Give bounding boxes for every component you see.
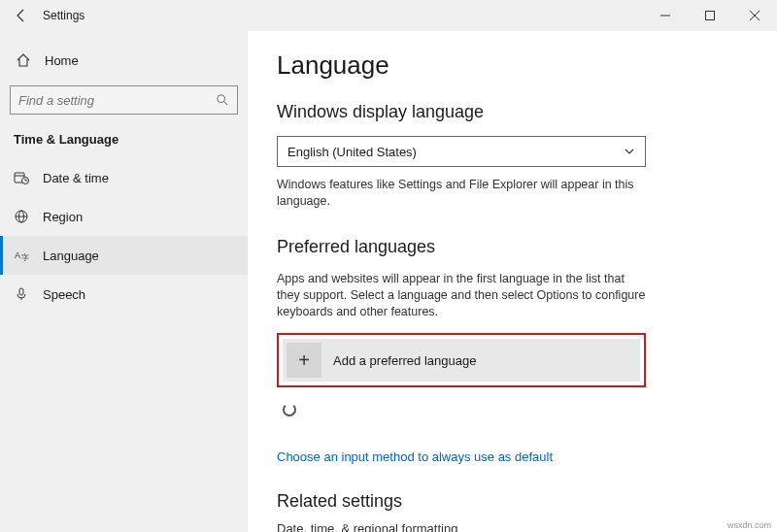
page-title: Language	[277, 50, 748, 81]
sidebar-item-label: Region	[43, 210, 83, 224]
sidebar-item-label: Speech	[43, 287, 85, 302]
minimize-icon	[660, 11, 670, 20]
search-input[interactable]	[10, 85, 238, 115]
svg-rect-1	[706, 12, 715, 20]
back-button[interactable]	[8, 2, 35, 29]
display-language-desc: Windows features like Settings and File …	[277, 177, 646, 210]
chevron-down-icon	[624, 146, 635, 157]
sidebar-item-date-time[interactable]: Date & time	[0, 158, 248, 197]
maximize-button[interactable]	[688, 0, 732, 31]
globe-icon	[14, 209, 29, 224]
search-icon	[216, 93, 229, 107]
svg-rect-16	[19, 288, 23, 295]
category-title: Time & Language	[0, 126, 248, 158]
input-method-link[interactable]: Choose an input method to always use as …	[277, 449, 748, 464]
minimize-button[interactable]	[643, 0, 688, 31]
watermark: wsxdn.com	[727, 520, 771, 530]
add-language-button[interactable]: + Add a preferred language	[283, 339, 640, 382]
dropdown-value: English (United States)	[287, 145, 417, 159]
calendar-clock-icon	[14, 170, 29, 185]
plus-icon: +	[287, 343, 321, 378]
language-icon: A字	[14, 248, 29, 263]
display-language-heading: Windows display language	[277, 102, 748, 122]
svg-point-4	[218, 95, 225, 103]
svg-text:A: A	[15, 250, 20, 260]
home-icon	[16, 52, 31, 68]
close-icon	[750, 11, 760, 20]
sidebar-item-label: Date & time	[43, 171, 109, 185]
maximize-icon	[705, 11, 715, 20]
home-label: Home	[45, 53, 79, 68]
arrow-left-icon	[14, 8, 29, 23]
sidebar: Home Time & Language Date & time Region …	[0, 31, 248, 532]
window-title: Settings	[43, 9, 84, 22]
sidebar-item-label: Language	[43, 249, 99, 263]
preferred-languages-desc: Apps and websites will appear in the fir…	[277, 271, 646, 320]
search-field[interactable]	[18, 93, 216, 108]
sidebar-item-language[interactable]: A字 Language	[0, 236, 248, 275]
microphone-icon	[14, 286, 29, 302]
close-button[interactable]	[732, 0, 777, 31]
preferred-languages-heading: Preferred languages	[277, 237, 748, 257]
add-language-label: Add a preferred language	[333, 353, 476, 368]
svg-text:字: 字	[21, 253, 29, 262]
sidebar-item-region[interactable]: Region	[0, 197, 248, 236]
svg-line-5	[224, 102, 228, 106]
content-area: Language Windows display language Englis…	[248, 31, 777, 532]
related-settings-heading: Related settings	[277, 491, 748, 512]
add-language-highlight: + Add a preferred language	[277, 333, 646, 387]
sidebar-item-speech[interactable]: Speech	[0, 275, 248, 314]
home-button[interactable]: Home	[0, 43, 248, 78]
loading-spinner	[283, 403, 296, 416]
related-link-date-time[interactable]: Date, time, & regional formatting	[277, 521, 457, 532]
display-language-dropdown[interactable]: English (United States)	[277, 136, 646, 167]
